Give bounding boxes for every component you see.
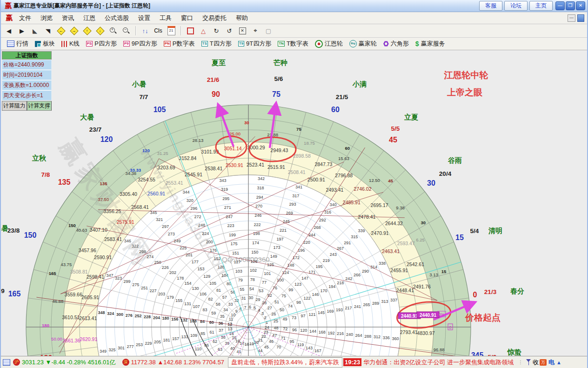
svg-text:7/7: 7/7 bbox=[140, 94, 148, 100]
quotes-button[interactable]: 行情 bbox=[5, 39, 31, 49]
coefficient-field[interactable]: 变换系数=1.00000 bbox=[2, 80, 52, 90]
t-square-button[interactable]: TST四方形 bbox=[199, 39, 234, 49]
svg-text:179: 179 bbox=[167, 295, 174, 300]
calendar-icon[interactable]: 21 bbox=[166, 26, 176, 36]
zoom-in-icon[interactable]: + bbox=[108, 26, 118, 36]
svg-text:325: 325 bbox=[109, 348, 116, 352]
tray-arrow-icon[interactable]: ▲ bbox=[556, 360, 561, 365]
rotate-ccw-icon[interactable]: ↺ bbox=[224, 26, 234, 36]
svg-text:196: 196 bbox=[298, 248, 305, 253]
triangle-tool-icon[interactable]: △ bbox=[198, 26, 208, 36]
select-box-icon[interactable]: ✕ bbox=[237, 26, 247, 36]
svg-text:226: 226 bbox=[162, 265, 169, 270]
shenzhen-market-icon: 深 bbox=[122, 359, 129, 366]
next-arrow-icon[interactable]: ▶ bbox=[17, 26, 27, 36]
customer-service-button[interactable]: 客服 bbox=[479, 1, 502, 11]
peak-right-icon[interactable]: ◥ bbox=[43, 26, 53, 36]
svg-text:242: 242 bbox=[345, 276, 352, 281]
t-table-button[interactable]: TNT数字表 bbox=[275, 39, 311, 49]
center-target-icon[interactable]: ⌖ bbox=[250, 26, 261, 36]
cls-button[interactable]: Cls bbox=[153, 26, 163, 36]
quotes-grid-icon[interactable] bbox=[3, 359, 10, 366]
gann-wheel-button[interactable]: 江恩轮 bbox=[313, 39, 345, 49]
price-field[interactable]: 价格=2440.9099 bbox=[2, 60, 52, 70]
maximize-button[interactable]: ❐ bbox=[566, 1, 575, 10]
svg-text:360: 360 bbox=[392, 336, 399, 341]
peak-left-icon[interactable]: ◣ bbox=[30, 26, 40, 36]
calc-support-button[interactable]: 计算支撑 bbox=[27, 101, 52, 111]
mdi-minimize-button[interactable]: — bbox=[568, 14, 575, 22]
sectors-button[interactable]: 板块 bbox=[33, 39, 57, 49]
p-table-button[interactable]: PNP数字表 bbox=[161, 39, 197, 49]
svg-text:294: 294 bbox=[256, 195, 263, 200]
svg-text:18: 18 bbox=[244, 342, 249, 347]
menu-item-设置[interactable]: 设置 bbox=[134, 13, 155, 24]
rotate-cw-icon[interactable]: ↻ bbox=[211, 26, 221, 36]
calc-resistance-button[interactable]: 计算阻力 bbox=[2, 101, 27, 111]
hexagon-button[interactable]: 六角形 bbox=[381, 39, 411, 49]
gann-wheel-svg[interactable]: 赢家财富网www.yingjia360.comQQ:10080036012345… bbox=[1, 50, 588, 356]
svg-text:315: 315 bbox=[351, 234, 358, 239]
svg-text:218: 218 bbox=[337, 281, 344, 285]
svg-text:313: 313 bbox=[381, 299, 388, 304]
tray-app-icon[interactable]: 万 bbox=[540, 359, 547, 366]
menu-item-工具[interactable]: 工具 bbox=[155, 13, 176, 24]
svg-text:30: 30 bbox=[248, 295, 253, 300]
menu-item-交易委托[interactable]: 交易委托 bbox=[198, 13, 231, 24]
time-field[interactable]: 时间=20190104 bbox=[2, 70, 52, 80]
diamond-right-icon[interactable]: → bbox=[69, 26, 79, 36]
svg-text:3152.84: 3152.84 bbox=[179, 155, 196, 161]
step-field[interactable]: 周天变化步长=1 bbox=[2, 90, 52, 100]
svg-text:349: 349 bbox=[100, 349, 107, 354]
svg-text:202: 202 bbox=[169, 270, 176, 275]
menu-item-浏览[interactable]: 浏览 bbox=[36, 13, 57, 24]
svg-text:322: 322 bbox=[132, 244, 139, 248]
toolbar-separator bbox=[180, 26, 181, 35]
svg-text:270: 270 bbox=[255, 204, 262, 208]
diamond-up-icon[interactable]: ↑ bbox=[82, 26, 92, 36]
badge-icon: TS bbox=[201, 41, 208, 47]
prev-arrow-icon[interactable]: ◀ bbox=[4, 26, 14, 36]
title-bar: 赢 赢家江恩专业版[赢家内部服务平台] - [上证指数 江恩轮] 客服 论坛 主… bbox=[1, 0, 587, 12]
menu-item-资讯[interactable]: 资讯 bbox=[57, 13, 79, 24]
menu-item-公式选股[interactable]: 公式选股 bbox=[100, 13, 134, 24]
svg-text:谷雨: 谷雨 bbox=[448, 156, 462, 164]
svg-text:清明: 清明 bbox=[488, 227, 502, 234]
close-button[interactable]: ✕ bbox=[576, 1, 585, 10]
calc-buttons: 计算阻力 计算支撑 bbox=[2, 101, 52, 111]
p-square-button[interactable]: PSP四方形 bbox=[84, 39, 119, 49]
gann-wheel-chart[interactable]: 赢家财富网www.yingjia360.comQQ:10080036012345… bbox=[1, 50, 588, 356]
rect-tool-icon[interactable] bbox=[185, 26, 195, 36]
menu-item-帮助[interactable]: 帮助 bbox=[231, 13, 253, 24]
svg-text:316: 316 bbox=[324, 210, 331, 214]
presentation-icon[interactable]: ▢ bbox=[263, 26, 274, 36]
9p-square-button[interactable]: P99P四方形 bbox=[121, 39, 160, 49]
menu-item-窗口[interactable]: 窗口 bbox=[176, 13, 198, 24]
menu-item-文件[interactable]: 文件 bbox=[14, 13, 36, 24]
forum-button[interactable]: 论坛 bbox=[504, 1, 528, 11]
svg-text:205: 205 bbox=[154, 340, 161, 344]
zoom-out-icon[interactable]: − bbox=[121, 26, 131, 36]
menu-item-江恩[interactable]: 江恩 bbox=[79, 13, 100, 24]
svg-text:19: 19 bbox=[249, 341, 254, 346]
winner-wheel-button[interactable]: Big赢家轮 bbox=[347, 39, 379, 49]
svg-text:347: 347 bbox=[106, 273, 113, 278]
homepage-button[interactable]: 主页 bbox=[529, 1, 553, 11]
svg-text:180: 180 bbox=[42, 323, 49, 328]
svg-text:123: 123 bbox=[294, 282, 301, 287]
9t-square-button[interactable]: T99T四方形 bbox=[236, 39, 274, 49]
flip-axis-icon[interactable]: ↑↓ bbox=[140, 26, 150, 36]
svg-text:340: 340 bbox=[329, 202, 336, 207]
svg-text:34: 34 bbox=[223, 308, 228, 312]
scroll-up-button[interactable] bbox=[577, 14, 584, 22]
svg-text:2538.41: 2538.41 bbox=[205, 166, 222, 171]
svg-text:275: 275 bbox=[132, 282, 139, 287]
minimize-button[interactable]: — bbox=[555, 1, 565, 10]
svg-text:109: 109 bbox=[190, 333, 197, 338]
svg-text:135: 135 bbox=[100, 181, 108, 186]
diamond-left-icon[interactable]: ← bbox=[56, 26, 66, 36]
svg-text:150: 150 bbox=[68, 223, 76, 228]
kline-button[interactable]: K线 bbox=[59, 39, 82, 49]
winner-service-button[interactable]: $赢家服务 bbox=[413, 39, 448, 49]
diamond-down-icon[interactable]: ↓ bbox=[95, 26, 105, 36]
